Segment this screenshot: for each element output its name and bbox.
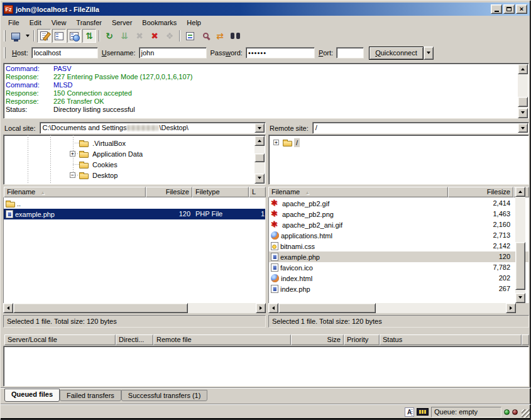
quickconnect-grip[interactable] — [4, 47, 6, 58]
scrollbar-thumb[interactable] — [255, 153, 265, 162]
maximize-button[interactable] — [503, 4, 515, 14]
column-header-filesize[interactable]: Filesize — [448, 187, 513, 197]
column-header-lastmodified[interactable]: L — [249, 187, 266, 197]
scrollbar-thumb[interactable] — [515, 242, 525, 290]
list-item[interactable]: apache_pb2.png 1,463 — [269, 209, 528, 219]
tree-item-application-data[interactable]: Application Data — [79, 148, 145, 159]
message-log[interactable]: Command:PASV Response:227 Entering Passi… — [3, 63, 529, 119]
scroll-down-button[interactable] — [518, 108, 528, 118]
collapse-minus-icon[interactable]: − — [70, 172, 75, 178]
expand-plus-icon[interactable]: + — [70, 151, 75, 157]
username-input[interactable]: john — [139, 47, 207, 58]
process-queue-button[interactable]: ⇊ — [118, 29, 131, 43]
scroll-left-button[interactable] — [268, 303, 278, 313]
menu-view[interactable]: View — [47, 18, 72, 27]
synchronized-browsing-button[interactable]: ⇄ — [213, 29, 227, 43]
column-header-filetype[interactable]: Filetype — [192, 187, 249, 197]
toggle-remote-tree-button[interactable] — [67, 29, 81, 43]
list-item[interactable]: index.php 267 — [269, 284, 528, 294]
list-item[interactable]: favicon.ico 7,782 — [269, 262, 528, 273]
site-manager-button[interactable] — [9, 29, 23, 43]
column-header-remote-file[interactable]: Remote file — [153, 334, 291, 345]
local-tree-scrollbar[interactable] — [255, 136, 265, 184]
local-tree[interactable]: .VirtualBox + Application Data Cookies −… — [3, 135, 266, 185]
local-file-list[interactable]: .. example.php 120 PHP File 1 — [3, 197, 266, 303]
close-button[interactable]: × — [516, 4, 527, 14]
local-hscrollbar[interactable] — [3, 303, 266, 313]
toolbar-grip[interactable] — [4, 30, 6, 41]
filter-button[interactable] — [183, 29, 197, 43]
password-input[interactable]: •••••• — [246, 47, 315, 58]
scroll-down-button[interactable] — [255, 174, 265, 184]
scroll-right-button[interactable] — [256, 303, 266, 313]
column-header-filename[interactable]: Filename▲ — [268, 187, 448, 197]
list-item-example-php[interactable]: example.php 120 — [269, 251, 528, 262]
menu-edit[interactable]: Edit — [25, 18, 47, 27]
minimize-button[interactable] — [491, 4, 502, 14]
column-header-priority[interactable]: Priority — [344, 334, 380, 345]
quickconnect-button[interactable]: Quickconnect — [369, 47, 424, 60]
column-header-filesize[interactable]: Filesize — [146, 187, 192, 197]
list-item-example-php[interactable]: example.php 120 PHP File 1 — [4, 209, 265, 219]
refresh-button[interactable]: ↻ — [102, 29, 116, 43]
speed-limit-indicator-icon[interactable] — [417, 408, 429, 416]
scroll-left-button[interactable] — [3, 303, 13, 313]
scrollbar-thumb[interactable] — [278, 303, 376, 313]
cancel-operation-button[interactable]: ✖ — [133, 29, 146, 43]
find-files-button[interactable] — [228, 29, 242, 43]
scroll-up-button[interactable] — [515, 187, 525, 197]
tab-queued-files[interactable]: Queued files — [4, 389, 60, 402]
list-item[interactable]: apache_pb2_ani.gif 2,160 — [269, 219, 528, 230]
remote-tree[interactable]: + / — [268, 135, 529, 185]
menu-help[interactable]: Help — [182, 18, 206, 27]
menu-file[interactable]: File — [3, 18, 25, 27]
tree-item-desktop[interactable]: Desktop — [79, 170, 119, 180]
toggle-local-tree-button[interactable] — [52, 29, 66, 43]
toggle-queue-button[interactable]: ⇅ — [82, 29, 96, 43]
site-manager-dropdown[interactable] — [23, 29, 31, 43]
remote-list-scrollbar[interactable] — [515, 187, 525, 303]
column-header-status[interactable]: Status — [380, 334, 522, 345]
list-item[interactable]: apache_pb2.gif 2,414 — [269, 198, 528, 209]
column-header-server-local-file[interactable]: Server/Local file — [4, 334, 116, 345]
scroll-up-button[interactable] — [255, 136, 265, 146]
list-item[interactable]: bitnami.css 2,142 — [269, 241, 528, 251]
menu-transfer[interactable]: Transfer — [71, 18, 107, 27]
log-scrollbar[interactable] — [518, 64, 528, 118]
resize-grip[interactable] — [522, 409, 530, 417]
scroll-right-button[interactable] — [506, 303, 516, 313]
host-input[interactable]: localhost — [31, 47, 98, 58]
tree-item-virtualbox[interactable]: .VirtualBox — [79, 138, 128, 148]
transfer-queue-list[interactable] — [3, 346, 529, 387]
scroll-down-button[interactable] — [515, 293, 525, 303]
list-item-parent-dir[interactable]: .. — [4, 198, 265, 209]
menu-server[interactable]: Server — [107, 18, 137, 27]
tree-item-cookies[interactable]: Cookies — [79, 159, 119, 170]
port-input[interactable] — [336, 47, 364, 58]
disconnect-button[interactable]: ✖ — [148, 29, 161, 43]
combo-dropdown-button[interactable] — [255, 123, 265, 133]
expand-plus-icon[interactable]: + — [273, 140, 279, 145]
transfer-type-indicator-icon[interactable]: A — [405, 407, 414, 417]
tab-successful-transfers[interactable]: Successful transfers (1) — [121, 390, 208, 401]
toggle-message-log-button[interactable] — [37, 29, 51, 43]
scroll-up-button[interactable] — [518, 64, 528, 74]
remote-path-combo[interactable]: / — [312, 122, 529, 134]
column-header-size[interactable]: Size — [291, 334, 344, 345]
reconnect-button[interactable]: ❖ — [163, 29, 177, 43]
local-path-combo[interactable]: C:\Documents and Settings\Desktop\ — [40, 122, 266, 134]
tab-failed-transfers[interactable]: Failed transfers — [60, 390, 121, 401]
remote-file-list[interactable]: apache_pb2.gif 2,414 apache_pb2.png 1,46… — [268, 197, 529, 303]
list-item[interactable]: applications.html 2,713 — [269, 230, 528, 241]
directory-comparison-button[interactable] — [198, 29, 212, 43]
menu-bookmarks[interactable]: Bookmarks — [137, 18, 182, 27]
scrollbar-thumb[interactable] — [518, 97, 528, 107]
column-header-direction[interactable]: Directi... — [116, 334, 153, 345]
title-bar[interactable]: Fz john@localhost - FileZilla × — [3, 3, 530, 16]
quickconnect-dropdown[interactable] — [424, 47, 434, 60]
combo-dropdown-button[interactable] — [518, 123, 528, 133]
scrollbar-thumb[interactable] — [13, 303, 188, 313]
tree-item-root[interactable]: / — [283, 137, 300, 148]
remote-hscrollbar[interactable] — [268, 303, 516, 313]
column-header-filename[interactable]: Filename▲ — [4, 187, 146, 197]
